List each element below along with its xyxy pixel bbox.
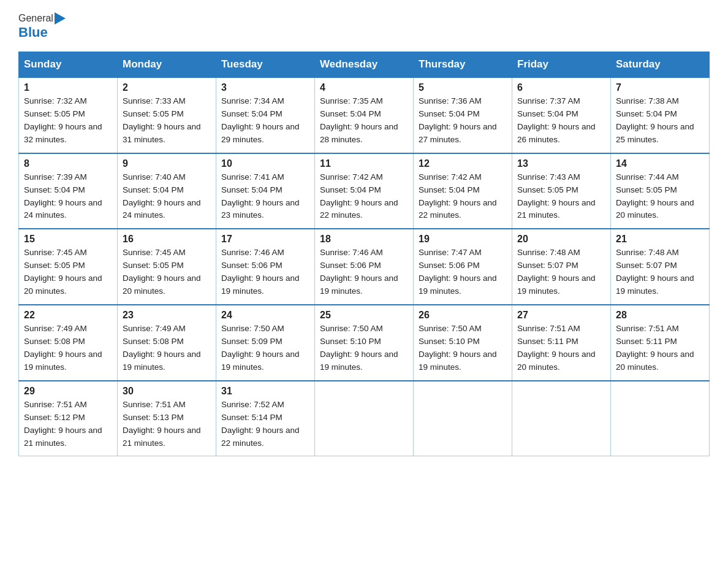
calendar-day-cell: 22Sunrise: 7:49 AMSunset: 5:08 PMDayligh… [19, 305, 118, 381]
day-number: 17 [221, 234, 309, 245]
day-info: Sunrise: 7:49 AMSunset: 5:08 PMDaylight:… [24, 323, 112, 374]
calendar-day-cell [512, 381, 611, 456]
calendar-day-cell: 18Sunrise: 7:46 AMSunset: 5:06 PMDayligh… [315, 229, 414, 305]
day-info: Sunrise: 7:52 AMSunset: 5:14 PMDaylight:… [221, 399, 309, 450]
day-info: Sunrise: 7:35 AMSunset: 5:04 PMDaylight:… [320, 95, 408, 147]
day-number: 8 [24, 158, 112, 169]
calendar-day-cell: 19Sunrise: 7:47 AMSunset: 5:06 PMDayligh… [414, 229, 512, 305]
day-info: Sunrise: 7:36 AMSunset: 5:04 PMDaylight:… [419, 95, 507, 147]
day-info: Sunrise: 7:51 AMSunset: 5:11 PMDaylight:… [616, 323, 704, 374]
calendar-week-row: 8Sunrise: 7:39 AMSunset: 5:04 PMDaylight… [19, 153, 710, 229]
day-info: Sunrise: 7:48 AMSunset: 5:07 PMDaylight:… [616, 247, 704, 298]
calendar-day-cell: 2Sunrise: 7:33 AMSunset: 5:05 PMDaylight… [118, 77, 216, 153]
logo-blue-text: Blue [18, 25, 48, 40]
calendar-day-cell: 29Sunrise: 7:51 AMSunset: 5:12 PMDayligh… [19, 381, 118, 456]
day-number: 19 [419, 234, 507, 245]
day-number: 22 [24, 310, 112, 321]
calendar-day-cell [414, 381, 512, 456]
calendar-day-cell: 12Sunrise: 7:42 AMSunset: 5:04 PMDayligh… [414, 153, 512, 229]
calendar-day-cell: 24Sunrise: 7:50 AMSunset: 5:09 PMDayligh… [216, 305, 315, 381]
calendar-week-row: 29Sunrise: 7:51 AMSunset: 5:12 PMDayligh… [19, 381, 710, 456]
day-info: Sunrise: 7:32 AMSunset: 5:05 PMDaylight:… [24, 95, 112, 147]
day-info: Sunrise: 7:48 AMSunset: 5:07 PMDaylight:… [517, 247, 605, 298]
calendar-week-row: 15Sunrise: 7:45 AMSunset: 5:05 PMDayligh… [19, 229, 710, 305]
day-number: 2 [123, 82, 211, 93]
day-number: 27 [517, 310, 605, 321]
calendar-day-cell: 15Sunrise: 7:45 AMSunset: 5:05 PMDayligh… [19, 229, 118, 305]
calendar-header-row: SundayMondayTuesdayWednesdayThursdayFrid… [19, 52, 710, 78]
day-number: 29 [24, 386, 112, 397]
day-info: Sunrise: 7:46 AMSunset: 5:06 PMDaylight:… [320, 247, 408, 298]
day-info: Sunrise: 7:42 AMSunset: 5:04 PMDaylight:… [419, 171, 507, 223]
day-info: Sunrise: 7:51 AMSunset: 5:13 PMDaylight:… [123, 399, 211, 450]
day-of-week-header: Saturday [611, 52, 710, 78]
page-header: GeneralBlue [18, 12, 710, 40]
day-info: Sunrise: 7:42 AMSunset: 5:04 PMDaylight:… [320, 171, 408, 223]
day-info: Sunrise: 7:47 AMSunset: 5:06 PMDaylight:… [419, 247, 507, 298]
day-info: Sunrise: 7:43 AMSunset: 5:05 PMDaylight:… [517, 171, 605, 223]
calendar-day-cell: 30Sunrise: 7:51 AMSunset: 5:13 PMDayligh… [118, 381, 216, 456]
logo: GeneralBlue [18, 12, 67, 40]
calendar-day-cell: 6Sunrise: 7:37 AMSunset: 5:04 PMDaylight… [512, 77, 611, 153]
day-number: 20 [517, 234, 605, 245]
day-info: Sunrise: 7:50 AMSunset: 5:10 PMDaylight:… [419, 323, 507, 374]
calendar-day-cell: 27Sunrise: 7:51 AMSunset: 5:11 PMDayligh… [512, 305, 611, 381]
day-info: Sunrise: 7:39 AMSunset: 5:04 PMDaylight:… [24, 171, 112, 223]
day-info: Sunrise: 7:37 AMSunset: 5:04 PMDaylight:… [517, 95, 605, 147]
day-number: 24 [221, 310, 309, 321]
day-number: 18 [320, 234, 408, 245]
calendar-day-cell: 5Sunrise: 7:36 AMSunset: 5:04 PMDaylight… [414, 77, 512, 153]
day-number: 14 [616, 158, 704, 169]
day-info: Sunrise: 7:44 AMSunset: 5:05 PMDaylight:… [616, 171, 704, 223]
day-info: Sunrise: 7:50 AMSunset: 5:09 PMDaylight:… [221, 323, 309, 374]
calendar-day-cell: 17Sunrise: 7:46 AMSunset: 5:06 PMDayligh… [216, 229, 315, 305]
calendar-table: SundayMondayTuesdayWednesdayThursdayFrid… [18, 52, 710, 456]
calendar-day-cell: 25Sunrise: 7:50 AMSunset: 5:10 PMDayligh… [315, 305, 414, 381]
calendar-day-cell: 14Sunrise: 7:44 AMSunset: 5:05 PMDayligh… [611, 153, 710, 229]
day-number: 31 [221, 386, 309, 397]
day-of-week-header: Thursday [414, 52, 512, 78]
day-info: Sunrise: 7:45 AMSunset: 5:05 PMDaylight:… [123, 247, 211, 298]
day-info: Sunrise: 7:41 AMSunset: 5:04 PMDaylight:… [221, 171, 309, 223]
calendar-day-cell: 4Sunrise: 7:35 AMSunset: 5:04 PMDaylight… [315, 77, 414, 153]
logo-general-text: General [18, 13, 53, 24]
day-number: 26 [419, 310, 507, 321]
day-number: 3 [221, 82, 309, 93]
calendar-day-cell: 1Sunrise: 7:32 AMSunset: 5:05 PMDaylight… [19, 77, 118, 153]
calendar-day-cell: 21Sunrise: 7:48 AMSunset: 5:07 PMDayligh… [611, 229, 710, 305]
day-number: 25 [320, 310, 408, 321]
calendar-day-cell [315, 381, 414, 456]
day-info: Sunrise: 7:40 AMSunset: 5:04 PMDaylight:… [123, 171, 211, 223]
day-info: Sunrise: 7:45 AMSunset: 5:05 PMDaylight:… [24, 247, 112, 298]
day-of-week-header: Friday [512, 52, 611, 78]
calendar-day-cell: 23Sunrise: 7:49 AMSunset: 5:08 PMDayligh… [118, 305, 216, 381]
calendar-day-cell: 26Sunrise: 7:50 AMSunset: 5:10 PMDayligh… [414, 305, 512, 381]
calendar-day-cell: 10Sunrise: 7:41 AMSunset: 5:04 PMDayligh… [216, 153, 315, 229]
day-number: 9 [123, 158, 211, 169]
day-of-week-header: Wednesday [315, 52, 414, 78]
calendar-day-cell: 13Sunrise: 7:43 AMSunset: 5:05 PMDayligh… [512, 153, 611, 229]
day-info: Sunrise: 7:51 AMSunset: 5:12 PMDaylight:… [24, 399, 112, 450]
day-number: 16 [123, 234, 211, 245]
day-number: 7 [616, 82, 704, 93]
day-number: 15 [24, 234, 112, 245]
calendar-day-cell: 7Sunrise: 7:38 AMSunset: 5:04 PMDaylight… [611, 77, 710, 153]
day-of-week-header: Monday [118, 52, 216, 78]
calendar-day-cell [611, 381, 710, 456]
day-info: Sunrise: 7:34 AMSunset: 5:04 PMDaylight:… [221, 95, 309, 147]
day-number: 12 [419, 158, 507, 169]
calendar-day-cell: 16Sunrise: 7:45 AMSunset: 5:05 PMDayligh… [118, 229, 216, 305]
day-number: 5 [419, 82, 507, 93]
day-number: 21 [616, 234, 704, 245]
day-number: 11 [320, 158, 408, 169]
calendar-day-cell: 8Sunrise: 7:39 AMSunset: 5:04 PMDaylight… [19, 153, 118, 229]
calendar-week-row: 22Sunrise: 7:49 AMSunset: 5:08 PMDayligh… [19, 305, 710, 381]
calendar-day-cell: 20Sunrise: 7:48 AMSunset: 5:07 PMDayligh… [512, 229, 611, 305]
day-info: Sunrise: 7:49 AMSunset: 5:08 PMDaylight:… [123, 323, 211, 374]
calendar-day-cell: 28Sunrise: 7:51 AMSunset: 5:11 PMDayligh… [611, 305, 710, 381]
day-of-week-header: Tuesday [216, 52, 315, 78]
svg-marker-0 [55, 12, 66, 25]
calendar-day-cell: 3Sunrise: 7:34 AMSunset: 5:04 PMDaylight… [216, 77, 315, 153]
day-info: Sunrise: 7:51 AMSunset: 5:11 PMDaylight:… [517, 323, 605, 374]
day-number: 10 [221, 158, 309, 169]
